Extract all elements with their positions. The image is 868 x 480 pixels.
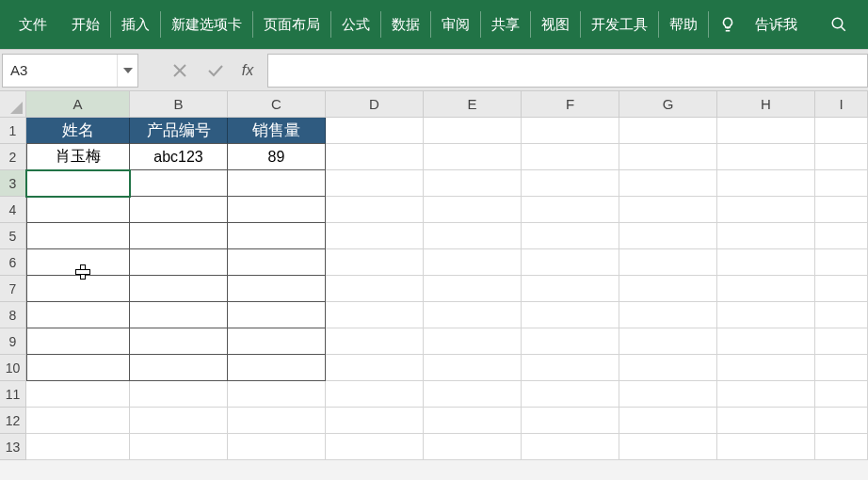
cell-E8[interactable] (424, 302, 522, 328)
cell-I9[interactable] (815, 328, 868, 355)
cell-I8[interactable] (815, 302, 868, 328)
cell-G6[interactable] (619, 249, 717, 276)
cell-D6[interactable] (326, 249, 424, 276)
cell-H10[interactable] (717, 355, 815, 381)
cell-G4[interactable] (619, 197, 717, 223)
row-header[interactable]: 5 (0, 223, 26, 249)
cell-C8[interactable] (228, 302, 326, 328)
cell-F5[interactable] (522, 223, 619, 249)
cell-G10[interactable] (619, 355, 717, 381)
cell-I4[interactable] (815, 197, 868, 223)
cell-F1[interactable] (522, 118, 619, 144)
lightbulb-icon[interactable] (710, 0, 746, 49)
row-header[interactable]: 1 (0, 118, 26, 144)
cell-E13[interactable] (424, 434, 522, 460)
cell-B4[interactable] (130, 197, 228, 223)
cell-H9[interactable] (717, 328, 815, 355)
col-header-g[interactable]: G (619, 91, 717, 118)
name-box-dropdown[interactable] (117, 55, 137, 87)
cell-D5[interactable] (326, 223, 424, 249)
col-header-f[interactable]: F (522, 91, 619, 118)
cell-B8[interactable] (130, 302, 228, 328)
cell-A2[interactable]: 肖玉梅 (26, 144, 130, 170)
cell-E12[interactable] (424, 408, 522, 434)
cell-B9[interactable] (130, 328, 228, 355)
cell-D8[interactable] (326, 302, 424, 328)
col-header-a[interactable]: A (26, 91, 130, 118)
cell-A1[interactable]: 姓名 (26, 118, 130, 144)
row-header[interactable]: 11 (0, 381, 26, 408)
row-header[interactable]: 12 (0, 408, 26, 434)
cell-E5[interactable] (424, 223, 522, 249)
enter-button[interactable] (198, 54, 233, 88)
row-header[interactable]: 10 (0, 355, 26, 381)
col-header-d[interactable]: D (326, 91, 424, 118)
cell-E3[interactable] (424, 170, 522, 197)
col-header-e[interactable]: E (424, 91, 522, 118)
cell-C1[interactable]: 销售量 (228, 118, 326, 144)
cell-F8[interactable] (522, 302, 619, 328)
cell-F6[interactable] (522, 249, 619, 276)
tab-new[interactable]: 新建选项卡 (162, 0, 251, 49)
cell-B3[interactable] (130, 170, 228, 197)
cell-I10[interactable] (815, 355, 868, 381)
cell-I12[interactable] (815, 408, 868, 434)
cell-D10[interactable] (326, 355, 424, 381)
cancel-button[interactable] (162, 54, 198, 88)
tab-data[interactable]: 数据 (382, 0, 429, 49)
cell-A7[interactable] (26, 276, 130, 302)
cell-B2[interactable]: abc123 (130, 144, 228, 170)
cell-A11[interactable] (26, 381, 130, 408)
cell-H12[interactable] (717, 408, 815, 434)
tab-insert[interactable]: 插入 (112, 0, 159, 49)
cell-F7[interactable] (522, 276, 619, 302)
select-all-corner[interactable] (0, 91, 26, 118)
cell-E9[interactable] (424, 328, 522, 355)
tab-developer[interactable]: 开发工具 (582, 0, 657, 49)
row-header[interactable]: 7 (0, 276, 26, 302)
cell-F9[interactable] (522, 328, 619, 355)
cell-I3[interactable] (815, 170, 868, 197)
cell-D7[interactable] (326, 276, 424, 302)
cell-B11[interactable] (130, 381, 228, 408)
cell-C6[interactable] (228, 249, 326, 276)
cell-F13[interactable] (522, 434, 619, 460)
row-header[interactable]: 2 (0, 144, 26, 170)
cell-A13[interactable] (26, 434, 130, 460)
cell-A10[interactable] (26, 355, 130, 381)
formula-input[interactable] (267, 54, 868, 88)
col-header-i[interactable]: I (815, 91, 868, 118)
cell-B1[interactable]: 产品编号 (130, 118, 228, 144)
tab-review[interactable]: 审阅 (432, 0, 479, 49)
tab-view[interactable]: 视图 (532, 0, 579, 49)
tab-pagelayout[interactable]: 页面布局 (254, 0, 330, 49)
cell-C5[interactable] (228, 223, 326, 249)
cell-G3[interactable] (619, 170, 717, 197)
cell-C13[interactable] (228, 434, 326, 460)
cell-H8[interactable] (717, 302, 815, 328)
cell-F12[interactable] (522, 408, 619, 434)
cell-B5[interactable] (130, 223, 228, 249)
cell-I7[interactable] (815, 276, 868, 302)
cell-C11[interactable] (228, 381, 326, 408)
cell-B13[interactable] (130, 434, 228, 460)
cell-C9[interactable] (228, 328, 326, 355)
cell-E7[interactable] (424, 276, 522, 302)
cell-I13[interactable] (815, 434, 868, 460)
cell-A6[interactable] (26, 249, 130, 276)
tab-help[interactable]: 帮助 (660, 0, 707, 49)
cell-G2[interactable] (619, 144, 717, 170)
cell-C10[interactable] (228, 355, 326, 381)
cell-D4[interactable] (326, 197, 424, 223)
cell-D1[interactable] (326, 118, 424, 144)
cell-A3[interactable] (26, 170, 130, 197)
cell-G11[interactable] (619, 381, 717, 408)
cell-A5[interactable] (26, 223, 130, 249)
cell-B7[interactable] (130, 276, 228, 302)
cell-H11[interactable] (717, 381, 815, 408)
row-header[interactable]: 9 (0, 328, 26, 355)
cell-A9[interactable] (26, 328, 130, 355)
cell-C3[interactable] (228, 170, 326, 197)
cell-I6[interactable] (815, 249, 868, 276)
cell-G1[interactable] (619, 118, 717, 144)
